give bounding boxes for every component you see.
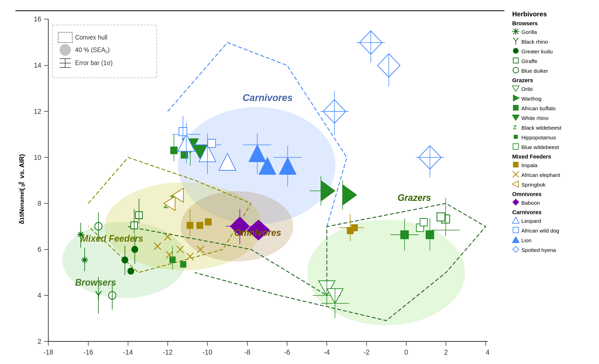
svg-point-74 [127, 268, 134, 275]
svg-point-186 [513, 67, 519, 73]
legend-black-rhino: Black rhino [512, 38, 594, 46]
plot-wrapper: δ15Nenamel (‰ vs. AIR) [15, 13, 505, 364]
svg-rect-189 [513, 105, 519, 111]
african-wild-dog-label: African wild dog [521, 228, 559, 234]
legend-area: Herbivores Browsers Gorilla [505, 10, 594, 349]
svg-text:10: 10 [34, 153, 41, 161]
svg-text:-6: -6 [284, 348, 290, 356]
warthog-label: Warthog [521, 96, 542, 102]
black-rhino-icon [512, 38, 519, 46]
svg-text:-4: -4 [324, 348, 330, 356]
african-wild-dog-icon [512, 226, 519, 235]
svg-text:Grazers: Grazers [398, 192, 431, 203]
legend-hippopotamus: Hippopotamus [512, 133, 594, 142]
svg-marker-188 [513, 95, 519, 101]
legend-lion: Lion [512, 236, 594, 245]
legend-african-wild-dog: African wild dog [512, 226, 594, 235]
legend-spotted-hyena: Spotted hyena [512, 246, 594, 254]
svg-rect-99 [180, 261, 186, 268]
black-wildebeest-label: Black wildebeest [521, 125, 561, 131]
leopard-icon [512, 217, 519, 225]
springbok-label: Springbok [521, 182, 546, 188]
svg-line-181 [513, 38, 516, 41]
oribi-icon [512, 85, 519, 93]
legend-springbok: Springbok [512, 180, 594, 189]
svg-rect-106 [420, 218, 427, 226]
white-rhino-label: White rhino [521, 115, 548, 121]
lion-icon [512, 236, 519, 245]
african-buffalo-label: African buffalo [521, 105, 556, 112]
legend-black-wildebeest: Z Black wildebeest [512, 124, 594, 132]
black-wildebeest-icon: Z [512, 124, 519, 132]
plot-inner: -18 -16 -14 -12 -10 -8 [26, 13, 505, 364]
legend-title: Herbivores [512, 10, 594, 18]
svg-text:Omnivores: Omnivores [234, 227, 281, 238]
svg-text:-16: -16 [83, 348, 93, 356]
legend-carnivores-title: Carnivores [512, 209, 594, 216]
y-axis-label: δ15Nenamel (‰ vs. AIR) [15, 13, 26, 364]
svg-marker-197 [512, 181, 518, 187]
svg-text:Mixed Feeders: Mixed Feeders [81, 233, 143, 244]
legend-oribi: Oribi [512, 85, 594, 93]
svg-marker-199 [512, 217, 519, 223]
svg-text:-14: -14 [123, 348, 133, 356]
svg-rect-91 [181, 151, 188, 159]
legend-african-buffalo: African buffalo [512, 104, 594, 113]
baboon-label: Baboon [521, 200, 540, 206]
african-buffalo-icon [512, 104, 519, 113]
white-rhino-icon [512, 114, 519, 122]
warthog-icon [512, 94, 519, 103]
gorilla-label: Gorilla [521, 29, 537, 35]
legend-african-elephant: African elephant [512, 171, 594, 179]
legend-blue-wildebeest: Blue wildebeest [512, 143, 594, 151]
svg-line-182 [516, 38, 518, 41]
legend-blue-duiker: Blue duiker [512, 67, 594, 75]
plot-svg: -18 -16 -14 -12 -10 -8 [26, 13, 505, 364]
legend-browsers-title: Browsers [512, 20, 594, 27]
legend-giraffe: Giraffe [512, 57, 594, 65]
impala-icon [512, 161, 519, 169]
svg-marker-190 [512, 115, 519, 120]
african-elephant-label: African elephant [521, 172, 560, 178]
svg-text:14: 14 [34, 62, 41, 69]
c3-label: C3 [146, 10, 154, 11]
blue-wildebeest-icon [512, 143, 519, 151]
svg-rect-185 [513, 58, 518, 63]
svg-text:4: 4 [486, 348, 489, 356]
main-container: C3 C4 δ15Nenamel (‰ vs. AIR) [0, 0, 599, 364]
greater-kudu-label: Greater kudu [521, 48, 553, 55]
giraffe-icon [512, 57, 519, 65]
black-rhino-label: Black rhino [521, 39, 548, 45]
legend-omnivores-title: Omnivores [512, 191, 594, 198]
spotted-hyena-label: Spotted hyena [521, 247, 556, 253]
svg-text:-12: -12 [163, 348, 173, 356]
legend-greater-kudu: Greater kudu [512, 47, 594, 56]
chart-area: C3 C4 δ15Nenamel (‰ vs. AIR) [15, 10, 505, 349]
legend-warthog: Warthog [512, 94, 594, 103]
legend-grazers-title: Grazers [512, 77, 594, 84]
svg-text:0: 0 [404, 348, 408, 356]
leopard-label: Leopard [521, 218, 541, 224]
legend-mixedfeeders-title: Mixed Feeders [512, 153, 594, 160]
legend-baboon: Baboon [512, 199, 594, 207]
svg-text:4: 4 [38, 292, 41, 299]
svg-text:6: 6 [38, 246, 41, 253]
svg-rect-120 [205, 218, 211, 225]
svg-text:Convex hull: Convex hull [75, 34, 107, 41]
svg-point-46 [59, 44, 71, 56]
svg-rect-200 [513, 227, 519, 233]
legend-leopard: Leopard [512, 217, 594, 225]
svg-marker-198 [513, 199, 519, 205]
lion-label: Lion [521, 237, 532, 244]
svg-text:-10: -10 [202, 348, 212, 356]
svg-text:16: 16 [34, 15, 41, 23]
legend-gorilla: Gorilla [512, 28, 594, 36]
svg-text:8: 8 [38, 200, 41, 208]
svg-text:2: 2 [38, 337, 41, 345]
oribi-label: Oribi [521, 86, 533, 92]
svg-point-57 [307, 220, 465, 325]
svg-rect-119 [196, 222, 203, 229]
svg-text:-2: -2 [364, 348, 370, 356]
svg-text:-8: -8 [244, 348, 250, 356]
c4-label: C4 [390, 10, 399, 11]
